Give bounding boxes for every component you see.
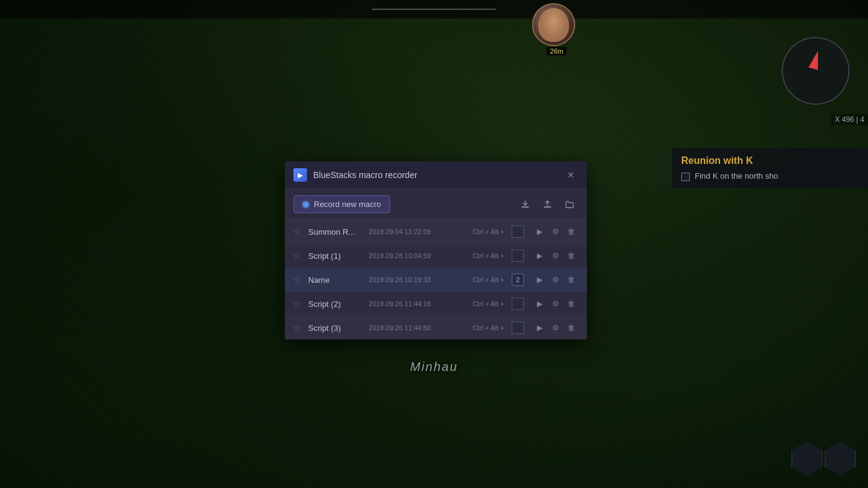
import-button[interactable] bbox=[517, 196, 534, 213]
macro-date-2: 2019.09.28 10:04:59 bbox=[369, 252, 468, 259]
delete-button-5[interactable]: 🗑 bbox=[565, 321, 578, 335]
dialog-title: BlueStacks macro recorder bbox=[313, 170, 417, 180]
row-actions-4: ▶ ⚙ 🗑 bbox=[533, 297, 578, 311]
import-icon bbox=[520, 200, 530, 209]
map-location: Minhau bbox=[410, 360, 458, 374]
row-actions-2: ▶ ⚙ 🗑 bbox=[533, 249, 578, 262]
folder-button[interactable] bbox=[561, 196, 578, 213]
settings-button-2[interactable]: ⚙ bbox=[549, 249, 562, 262]
close-button[interactable]: × bbox=[563, 168, 578, 182]
macro-date-4: 2019.09.26 11:44:18 bbox=[369, 300, 468, 307]
macro-shortcut-3: Ctrl + Alt + bbox=[473, 276, 504, 283]
bs-icon-label: ▶ bbox=[298, 172, 303, 179]
favorite-icon-5[interactable]: ☆ bbox=[293, 323, 303, 333]
settings-button-5[interactable]: ⚙ bbox=[549, 321, 562, 335]
favorite-icon-3[interactable]: ☆ bbox=[293, 275, 303, 285]
quest-panel: Reunion with K Find K on the north sho bbox=[671, 148, 868, 189]
coordinates: X 496 | 4 bbox=[831, 114, 868, 125]
bluestacks-icon: ▶ bbox=[293, 168, 307, 182]
macro-list-scroll[interactable]: ☆ Summon R... 2019.09.04 11:22:09 Ctrl +… bbox=[285, 220, 587, 340]
macro-date-3: 2019.09.26 10:19:33 bbox=[369, 276, 468, 283]
play-button-5[interactable]: ▶ bbox=[533, 321, 546, 335]
play-button-3[interactable]: ▶ bbox=[533, 273, 546, 287]
macro-name-4: Script (2) bbox=[308, 299, 364, 309]
distance-badge: 26m bbox=[546, 47, 567, 55]
avatar-area: 26m bbox=[532, 3, 581, 52]
record-new-macro-button[interactable]: Record new macro bbox=[293, 195, 390, 213]
row-actions-1: ▶ ⚙ 🗑 bbox=[533, 225, 578, 238]
play-button-4[interactable]: ▶ bbox=[533, 297, 546, 311]
record-dot-icon bbox=[303, 201, 309, 208]
favorite-icon-1[interactable]: ☆ bbox=[293, 227, 303, 237]
dialog-title-area: ▶ BlueStacks macro recorder bbox=[293, 168, 417, 182]
macro-shortcut-5: Ctrl + Alt + bbox=[473, 324, 504, 331]
svg-rect-1 bbox=[544, 206, 551, 208]
avatar-face bbox=[538, 8, 569, 42]
macro-row: ☆ Script (1) 2019.09.28 10:04:59 Ctrl + … bbox=[285, 244, 587, 268]
macro-name-1: Summon R... bbox=[308, 227, 364, 237]
quest-description: Find K on the north sho bbox=[695, 171, 778, 181]
hex-grid bbox=[792, 442, 856, 476]
delete-button-2[interactable]: 🗑 bbox=[565, 249, 578, 262]
macro-name-3: Name bbox=[308, 275, 364, 285]
macro-row: ☆ Script (3) 2019.09.26 11:44:50 Ctrl + … bbox=[285, 316, 587, 340]
quest-item: Find K on the north sho bbox=[681, 171, 858, 181]
favorite-icon-4[interactable]: ☆ bbox=[293, 299, 303, 309]
macro-shortcut-2: Ctrl + Alt + bbox=[473, 252, 504, 259]
play-button-2[interactable]: ▶ bbox=[533, 249, 546, 262]
delete-button-3[interactable]: 🗑 bbox=[565, 273, 578, 287]
quest-checkbox[interactable] bbox=[681, 173, 690, 181]
macro-date-1: 2019.09.04 11:22:09 bbox=[369, 228, 468, 235]
compass-arrow bbox=[808, 49, 822, 70]
macro-row: ☆ Script (2) 2019.09.26 11:44:18 Ctrl + … bbox=[285, 292, 587, 316]
macro-date-5: 2019.09.26 11:44:50 bbox=[369, 324, 468, 331]
record-button-label: Record new macro bbox=[314, 200, 381, 209]
export-icon bbox=[542, 200, 552, 209]
toolbar-icons bbox=[517, 196, 578, 213]
shortcut-key-4[interactable] bbox=[512, 298, 524, 310]
settings-button-1[interactable]: ⚙ bbox=[549, 225, 562, 238]
top-bar-line bbox=[372, 9, 496, 10]
macro-shortcut-1: Ctrl + Alt + bbox=[473, 228, 504, 235]
shortcut-key-1[interactable] bbox=[512, 226, 524, 238]
folder-icon bbox=[565, 200, 575, 209]
shortcut-key-5[interactable] bbox=[512, 322, 524, 334]
avatar bbox=[532, 3, 575, 46]
macro-name-2: Script (1) bbox=[308, 251, 364, 261]
settings-button-3[interactable]: ⚙ bbox=[549, 273, 562, 287]
row-actions-5: ▶ ⚙ 🗑 bbox=[533, 321, 578, 335]
delete-button-4[interactable]: 🗑 bbox=[565, 297, 578, 311]
macro-recorder-dialog: ▶ BlueStacks macro recorder × Record new… bbox=[285, 161, 587, 340]
delete-button-1[interactable]: 🗑 bbox=[565, 225, 578, 238]
row-actions-3: ▶ ⚙ 🗑 bbox=[533, 273, 578, 287]
shortcut-key-3[interactable]: 2 bbox=[512, 274, 524, 286]
macro-row: ☆ Name 2019.09.26 10:19:33 Ctrl + Alt + … bbox=[285, 268, 587, 292]
macro-shortcut-4: Ctrl + Alt + bbox=[473, 300, 504, 307]
dialog-header: ▶ BlueStacks macro recorder × bbox=[285, 161, 587, 189]
hex-1 bbox=[792, 442, 822, 476]
top-bar bbox=[0, 0, 868, 18]
dialog-toolbar: Record new macro bbox=[285, 189, 587, 220]
settings-button-4[interactable]: ⚙ bbox=[549, 297, 562, 311]
quest-title: Reunion with K bbox=[681, 155, 858, 166]
hex-2 bbox=[825, 442, 856, 476]
macro-list: ☆ Summon R... 2019.09.04 11:22:09 Ctrl +… bbox=[285, 220, 587, 340]
compass-circle bbox=[782, 37, 850, 105]
shortcut-key-2[interactable] bbox=[512, 250, 524, 262]
favorite-icon-2[interactable]: ☆ bbox=[293, 251, 303, 261]
play-button-1[interactable]: ▶ bbox=[533, 225, 546, 238]
export-button[interactable] bbox=[539, 196, 556, 213]
svg-rect-0 bbox=[522, 206, 529, 208]
macro-name-5: Script (3) bbox=[308, 323, 364, 333]
macro-row: ☆ Summon R... 2019.09.04 11:22:09 Ctrl +… bbox=[285, 220, 587, 244]
